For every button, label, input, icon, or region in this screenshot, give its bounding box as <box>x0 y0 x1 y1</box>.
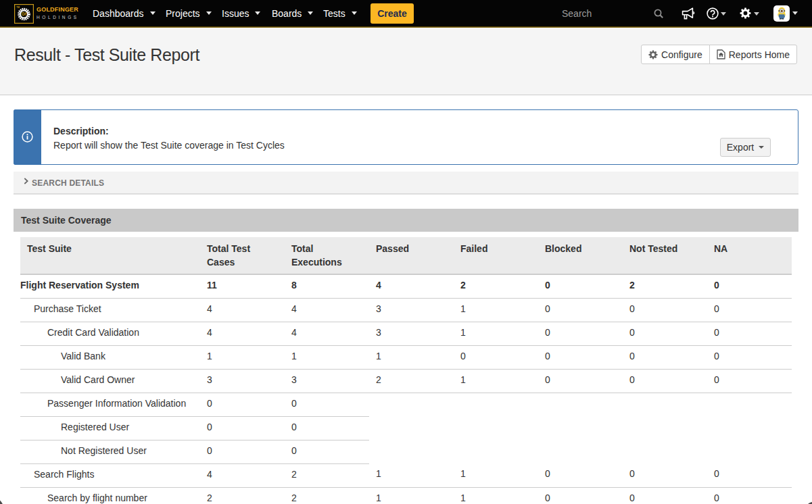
svg-text:TM: TM <box>16 6 20 9</box>
svg-text:Gf: Gf <box>22 11 27 16</box>
